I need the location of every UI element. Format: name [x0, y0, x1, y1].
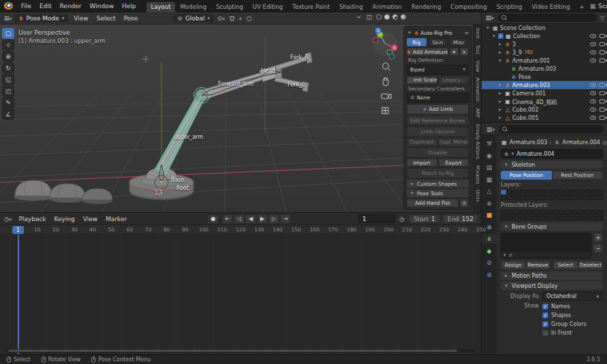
- outliner-row[interactable]: Armature.001: [482, 56, 607, 65]
- hide-in-viewport-icon[interactable]: [590, 34, 596, 38]
- layer-toggle[interactable]: [527, 190, 532, 195]
- workspace-tab[interactable]: Texture Paint: [287, 2, 334, 12]
- layer-toggle[interactable]: [565, 190, 570, 195]
- scene-selector[interactable]: ▦Scene▾: [590, 3, 607, 10]
- protected-layer-toggle[interactable]: [597, 210, 603, 215]
- rotate-tool-icon[interactable]: ↻: [2, 63, 14, 73]
- properties-search-input[interactable]: [499, 125, 604, 133]
- menu-item[interactable]: Help: [118, 2, 140, 10]
- motion-paths-section-header[interactable]: Motion Paths: [501, 271, 603, 280]
- disclosure-triangle-icon[interactable]: [485, 25, 491, 31]
- collection-checkbox[interactable]: [498, 33, 503, 39]
- tweak-select-tool-icon[interactable]: ▢: [2, 28, 14, 39]
- outliner-row[interactable]: Armature.003: [482, 81, 607, 89]
- physics-tab-icon[interactable]: ⊚: [483, 270, 495, 280]
- protected-layer-toggle[interactable]: [533, 210, 538, 215]
- timeline-menu-item[interactable]: Keying: [50, 215, 79, 223]
- bone-groups-list[interactable]: ▾≡: [501, 233, 591, 259]
- export-button[interactable]: Export: [439, 159, 469, 167]
- render-tab-icon[interactable]: ◉: [483, 151, 495, 161]
- layer-toggle[interactable]: [507, 195, 512, 200]
- match-to-rig-button[interactable]: Match to Rig: [407, 168, 469, 178]
- workspace-tab[interactable]: Layout: [146, 2, 176, 12]
- hide-in-viewport-icon[interactable]: [590, 91, 596, 95]
- layer-toggle[interactable]: [565, 195, 570, 200]
- layer-toggle[interactable]: [546, 195, 551, 200]
- layer-toggle[interactable]: [559, 190, 564, 195]
- start-frame-field[interactable]: Start1: [409, 214, 440, 223]
- layer-toggle[interactable]: [552, 190, 558, 195]
- sidebar-tab[interactable]: Animation: [475, 78, 480, 102]
- layer-toggle[interactable]: [514, 195, 519, 200]
- protected-layer-toggle[interactable]: [559, 210, 564, 215]
- jump-to-end-icon[interactable]: ⇥: [280, 214, 291, 224]
- add-bone-group-button[interactable]: +: [593, 233, 603, 242]
- arp-tab[interactable]: Rig: [407, 38, 426, 46]
- workspace-tab[interactable]: Modeling: [175, 2, 211, 12]
- deselect-button[interactable]: Deselect: [578, 261, 604, 269]
- layer-toggle[interactable]: [578, 195, 583, 200]
- collapse-icon[interactable]: [407, 30, 412, 35]
- arp-tab[interactable]: Misc: [449, 38, 469, 46]
- breadcrumb-data[interactable]: Armature.004: [563, 139, 600, 146]
- dome-meshes[interactable]: [14, 180, 112, 204]
- timeline-scrollbar[interactable]: [7, 349, 474, 352]
- layer-toggle[interactable]: [520, 190, 525, 195]
- protected-layer-toggle[interactable]: [572, 210, 577, 215]
- layer-toggle[interactable]: [597, 195, 603, 200]
- rest-position-button[interactable]: Rest Position: [552, 171, 603, 180]
- menu-item[interactable]: File: [17, 2, 35, 10]
- outliner-row[interactable]: Pose: [482, 73, 607, 81]
- transform-orientation-dropdown[interactable]: ⊕Global▾: [173, 14, 214, 22]
- editor-type-icon[interactable]: ▥▾: [485, 126, 496, 133]
- duplicate-mirror-button[interactable]: Dupl. Mirror: [439, 138, 469, 146]
- wireframe-shading-icon[interactable]: [376, 14, 382, 20]
- hide-in-viewport-icon[interactable]: [590, 42, 596, 46]
- bone-tab-icon[interactable]: ◆: [483, 246, 495, 256]
- sidebar-tab[interactable]: Units: [475, 190, 480, 202]
- layer-toggle[interactable]: [585, 190, 590, 195]
- object-data-tab-icon[interactable]: ⋔: [482, 234, 497, 244]
- timeline-menu-item[interactable]: Marker: [102, 215, 131, 223]
- editor-type-icon[interactable]: ⊞▾: [3, 15, 13, 22]
- protected-layer-toggle[interactable]: [572, 216, 577, 220]
- protected-layer-toggle[interactable]: [559, 216, 564, 220]
- disclosure-triangle-icon[interactable]: [497, 99, 503, 104]
- layer-toggle[interactable]: [597, 190, 603, 195]
- remove-bone-group-button[interactable]: −: [593, 244, 603, 253]
- custom-shapes-section-header[interactable]: Custom Shapes: [407, 180, 469, 188]
- disclosure-triangle-icon[interactable]: [497, 107, 503, 112]
- workspace-tab[interactable]: Scripting: [492, 2, 527, 12]
- pose-tools-section-header[interactable]: Pose Tools: [407, 189, 469, 197]
- pose-position-button[interactable]: Pose Position: [501, 171, 552, 180]
- layer-toggle[interactable]: [520, 195, 525, 200]
- hide-in-viewport-icon[interactable]: [590, 99, 596, 103]
- sidebar-tab[interactable]: Simply Addons: [475, 124, 480, 159]
- layer-toggle[interactable]: [546, 190, 551, 195]
- workspace-tab[interactable]: Shading: [334, 2, 368, 12]
- menu-item[interactable]: Edit: [35, 2, 55, 10]
- prev-keyframe-icon[interactable]: ◁: [234, 214, 245, 224]
- viewport-nav-icons[interactable]: [382, 63, 391, 114]
- blender-logo-icon[interactable]: [4, 2, 13, 10]
- disclosure-triangle-icon[interactable]: [497, 82, 503, 88]
- init-scale-toggle[interactable]: ▢Init Scale: [407, 76, 437, 84]
- view-layer-tab-icon[interactable]: ▦: [483, 175, 495, 184]
- timeline-menu-item[interactable]: Playback: [14, 215, 50, 223]
- legacy-button[interactable]: Legacy...: [439, 76, 469, 84]
- outliner-row[interactable]: Cinema_4D_相机: [482, 97, 607, 105]
- editor-type-icon[interactable]: ◷▾: [3, 216, 13, 222]
- sidebar-tab[interactable]: Mixamo: [475, 165, 480, 184]
- disable-in-renders-icon[interactable]: [600, 34, 605, 38]
- outliner-row[interactable]: Camera.001: [482, 89, 607, 97]
- edit-reference-bones-button[interactable]: Edit Reference Bones: [407, 116, 469, 126]
- layer-toggle[interactable]: [578, 190, 583, 195]
- disable-in-renders-icon[interactable]: [600, 83, 605, 87]
- layer-toggle[interactable]: [540, 190, 545, 195]
- layer-toggle[interactable]: [533, 195, 538, 200]
- protected-layer-toggle[interactable]: [591, 216, 596, 220]
- disable-in-renders-icon[interactable]: [600, 91, 605, 95]
- protected-layer-toggle[interactable]: [597, 216, 603, 220]
- list-filter-icon[interactable]: ▾: [503, 252, 506, 258]
- workspace-tab[interactable]: Video Editing: [527, 2, 574, 12]
